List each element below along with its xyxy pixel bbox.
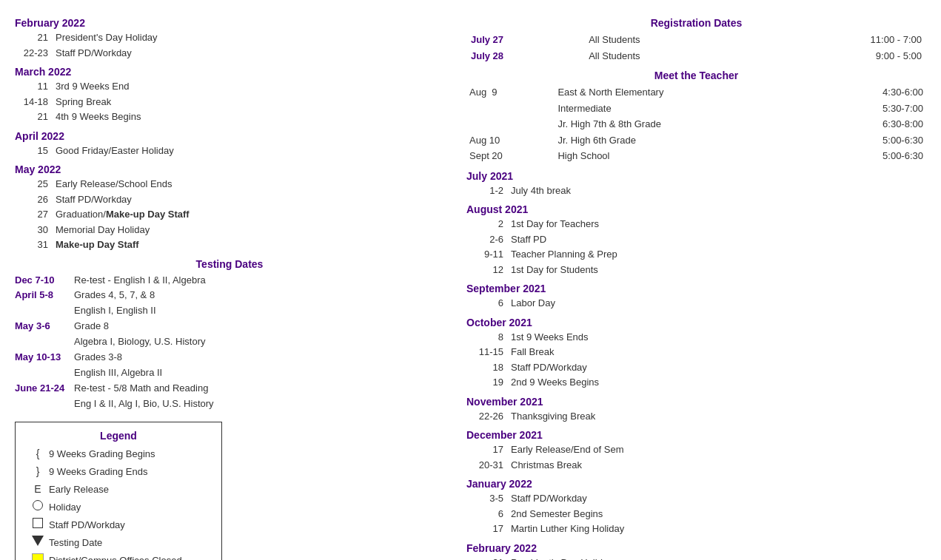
event-row: 20-31 Christmas Break (466, 458, 926, 473)
legend-text: Testing Date (49, 536, 102, 550)
event-desc: Thanksgiving Break (511, 409, 595, 424)
mtt-time: 5:00-6:30 (797, 132, 926, 149)
grading-end-icon: } (27, 464, 49, 479)
testing-row: May 3-6 Grade 8 (15, 319, 444, 334)
event-desc: Graduation/Make-up Day Staff (56, 207, 190, 222)
mtt-desc: East & North Elementary (555, 84, 797, 101)
event-desc: Early Release/End of Sem (511, 442, 623, 457)
event-date: 30 (15, 223, 56, 237)
event-row: 8 1st 9 Weeks Ends (466, 330, 926, 345)
testing-row: Dec 7-10 Re-test - English I & II, Algeb… (15, 273, 444, 288)
event-date: 9-11 (466, 247, 511, 262)
mtt-time: 5:00-6:30 (797, 148, 926, 164)
reg-desc: All Students (584, 48, 755, 64)
mtt-date: Aug 9 (466, 84, 555, 101)
legend-box: Legend { 9 Weeks Grading Begins } 9 Week… (15, 422, 222, 560)
event-date: 22-26 (466, 409, 511, 424)
event-date: 21 (466, 556, 511, 561)
event-desc: 1st Day for Students (511, 263, 598, 277)
reg-row: July 28 All Students 9:00 - 5:00 (466, 48, 926, 64)
event-date: 21 (15, 30, 56, 45)
event-date: 1-2 (466, 183, 511, 198)
section-nov2021: November 2021 22-26 Thanksgiving Break (466, 396, 926, 424)
registration-section: Registration Dates July 27 All Students … (466, 17, 926, 64)
event-desc: Labor Day (511, 296, 555, 311)
section-sep2021: September 2021 6 Labor Day (466, 283, 926, 311)
event-date: 18 (466, 360, 511, 375)
section-oct2021: October 2021 8 1st 9 Weeks Ends 11-15 Fa… (466, 317, 926, 390)
event-row: 14-18 Spring Break (15, 95, 444, 109)
event-row: 30 Memorial Day Holiday (15, 223, 444, 237)
early-release-icon: E (27, 482, 49, 497)
event-date: 6 (466, 507, 511, 522)
legend-row: District/Campus Offices Closed (27, 553, 210, 560)
event-desc: 1st Day for Teachers (511, 217, 599, 232)
section-aug2021: August 2021 2 1st Day for Teachers 2-6 S… (466, 203, 926, 277)
legend-text: Staff PD/Workday (49, 518, 125, 533)
circle-icon (33, 500, 43, 510)
event-row: 17 Martin Luther King Holiday (466, 522, 926, 536)
event-desc: President's Day Holiday (511, 556, 613, 561)
staff-pd-icon (27, 517, 49, 533)
section-header-apr2022: April 2022 (15, 130, 444, 142)
section-feb2022: February 2022 21 President's Day Holiday… (15, 17, 444, 60)
event-date: 17 (466, 522, 511, 536)
event-date: 14-18 (15, 95, 56, 109)
section-header-may2022: May 2022 (15, 163, 444, 175)
event-desc: July 4th break (511, 183, 571, 198)
event-desc: 3rd 9 Weeks End (56, 79, 129, 94)
section-dec2021: December 2021 17 Early Release/End of Se… (466, 429, 926, 472)
grading-begin-icon: { (27, 446, 49, 462)
reg-date: July 27 (466, 32, 584, 48)
mtt-row: Aug 10 Jr. High 6th Grade 5:00-6:30 (466, 132, 926, 149)
event-row: 22-23 Staff PD/Workday (15, 46, 444, 61)
section-header-aug2021: August 2021 (466, 203, 926, 215)
section-feb2022-right: February 2022 21 President's Day Holiday… (466, 542, 926, 561)
event-date: 11-15 (466, 345, 511, 360)
event-desc: President's Day Holiday (56, 30, 158, 45)
event-date: 11 (15, 79, 56, 94)
mtt-row: Sept 20 High School 5:00-6:30 (466, 148, 926, 164)
mtt-date: Sept 20 (466, 148, 555, 164)
square-icon (33, 518, 43, 528)
testing-row: May 10-13 Grades 3-8 (15, 350, 444, 365)
yellow-box-icon (32, 553, 44, 560)
event-date: 12 (466, 263, 511, 277)
section-may2022: May 2022 25 Early Release/School Ends 26… (15, 163, 444, 252)
section-header-mar2022: March 2022 (15, 66, 444, 78)
event-row: 25 Early Release/School Ends (15, 177, 444, 192)
testing-date: May 3-6 (15, 319, 74, 334)
event-date: 2-6 (466, 232, 511, 247)
testing-sub: Algebra I, Biology, U.S. History (74, 334, 444, 349)
event-date: 25 (15, 177, 56, 192)
section-mar2022: March 2022 11 3rd 9 Weeks End 14-18 Spri… (15, 66, 444, 124)
mtt-desc: Jr. High 6th Grade (555, 132, 797, 149)
event-row: 6 Labor Day (466, 296, 926, 311)
mtt-time: 6:30-8:00 (797, 116, 926, 132)
event-date: 31 (15, 237, 56, 252)
section-header-sep2021: September 2021 (466, 283, 926, 294)
legend-text: District/Campus Offices Closed (49, 553, 182, 560)
left-column: February 2022 21 President's Day Holiday… (15, 11, 444, 560)
event-row: 2-6 Staff PD (466, 232, 926, 247)
legend-text: 9 Weeks Grading Begins (49, 447, 155, 462)
legend-text: Holiday (49, 500, 81, 515)
section-header-dec2021: December 2021 (466, 429, 926, 441)
event-date: 17 (466, 442, 511, 457)
event-date: 21 (15, 109, 56, 124)
mtt-desc: Jr. High 7th & 8th Grade (555, 116, 797, 132)
legend-title: Legend (27, 430, 210, 442)
section-header-feb2022: February 2022 (15, 17, 444, 29)
event-row: 3-5 Staff PD/Workday (466, 491, 926, 506)
section-header-oct2021: October 2021 (466, 317, 926, 328)
testing-date: April 5-8 (15, 288, 74, 303)
mtt-time: 5:30-7:00 (797, 101, 926, 117)
testing-desc: Grades 4, 5, 7, & 8 (74, 288, 155, 303)
meet-teacher-title: Meet the Teacher (466, 70, 926, 81)
event-desc: 4th 9 Weeks Begins (56, 109, 141, 124)
testing-date: May 10-13 (15, 350, 74, 365)
event-row: 18 Staff PD/Workday (466, 360, 926, 375)
testing-sub: English I, English II (74, 303, 444, 318)
mtt-date (466, 101, 555, 117)
legend-row: E Early Release (27, 482, 210, 497)
